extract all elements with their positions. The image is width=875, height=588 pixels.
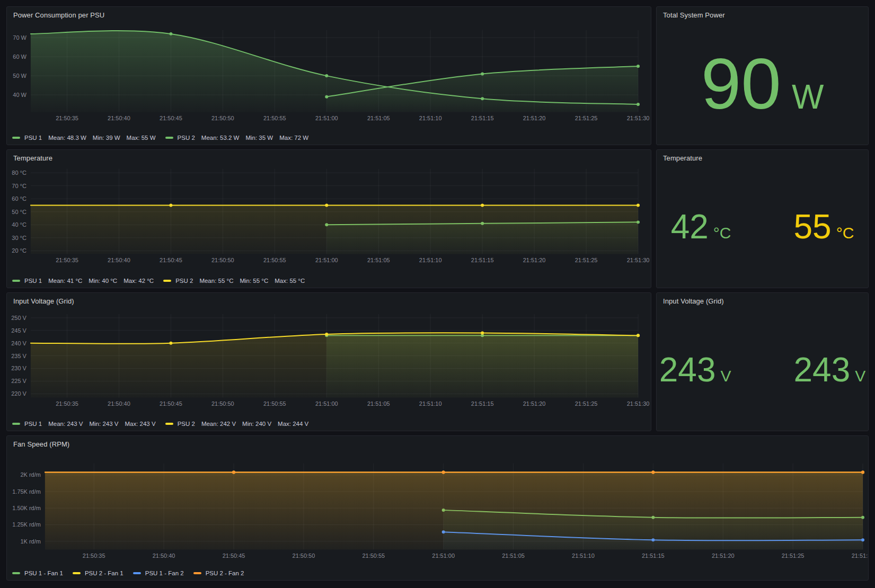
power-consumption-chart[interactable]: 40 W50 W60 W70 W21:50:3521:50:4021:50:45…: [7, 7, 651, 145]
panel-title[interactable]: Fan Speed (RPM): [13, 440, 69, 448]
series-color-dash-icon: [163, 280, 171, 282]
svg-text:21:51:30: 21:51:30: [627, 115, 650, 121]
series-color-dash-icon: [193, 572, 201, 574]
stat-unit: V: [720, 368, 731, 384]
series-stat: Mean: 41 °C: [48, 278, 82, 284]
stat-unit: W: [792, 80, 824, 114]
temperature-chart-legend: PSU 1Mean: 41 °CMin: 40 °CMax: 42 °CPSU …: [12, 278, 305, 284]
panel-temperature-chart: Temperature 20 °C30 °C40 °C50 °C60 °C70 …: [6, 149, 651, 288]
legend-item-psu-1[interactable]: PSU 1Mean: 48.3 WMin: 39 WMax: 55 W: [12, 135, 156, 141]
svg-text:21:51:30: 21:51:30: [852, 553, 868, 559]
panel-fan-speed: Fan Speed (RPM) 1K rd/m1.25K rd/m1.50K r…: [6, 435, 869, 581]
series-stat: Mean: 53.2 W: [201, 135, 240, 141]
series-name: PSU 2 - Fan 1: [85, 570, 123, 576]
svg-text:21:50:50: 21:50:50: [211, 257, 234, 263]
svg-text:21:50:50: 21:50:50: [211, 400, 234, 407]
svg-text:21:50:35: 21:50:35: [56, 257, 78, 263]
svg-text:21:51:30: 21:51:30: [627, 257, 650, 263]
legend-item-psu-2[interactable]: PSU 2Mean: 53.2 WMin: 35 WMax: 72 W: [165, 135, 309, 141]
svg-text:21:50:35: 21:50:35: [56, 400, 78, 407]
svg-text:21:51:00: 21:51:00: [315, 257, 338, 263]
svg-text:1K rd/m: 1K rd/m: [21, 538, 41, 545]
svg-text:21:50:55: 21:50:55: [263, 115, 286, 121]
series-stat: Max: 243 V: [125, 421, 155, 427]
svg-text:40 W: 40 W: [13, 92, 26, 98]
svg-text:21:50:40: 21:50:40: [108, 257, 130, 263]
svg-text:235 V: 235 V: [11, 353, 26, 359]
legend-item-psu-1-fan-1[interactable]: PSU 1 - Fan 1: [12, 570, 63, 576]
panel-title[interactable]: Temperature: [663, 154, 702, 162]
svg-text:21:50:45: 21:50:45: [160, 115, 182, 121]
svg-text:21:51:10: 21:51:10: [419, 257, 442, 263]
svg-text:21:51:25: 21:51:25: [575, 400, 598, 407]
temperature-stat: 42 °C 55 °C: [657, 166, 868, 288]
fan-chart-legend: PSU 1 - Fan 1PSU 2 - Fan 1PSU 1 - Fan 2P…: [12, 570, 244, 576]
svg-text:21:50:40: 21:50:40: [108, 115, 130, 121]
series-name: PSU 1: [24, 278, 42, 284]
svg-text:70 W: 70 W: [13, 34, 26, 41]
panel-title[interactable]: Total System Power: [663, 11, 725, 19]
series-name: PSU 2 - Fan 2: [206, 570, 244, 576]
total-power-stat: 90 W: [657, 23, 868, 145]
series-name: PSU 1: [24, 421, 42, 427]
svg-text:225 V: 225 V: [11, 378, 26, 384]
svg-text:21:51:10: 21:51:10: [419, 115, 442, 121]
svg-text:21:51:00: 21:51:00: [315, 115, 338, 121]
series-color-dash-icon: [12, 423, 20, 425]
svg-text:245 V: 245 V: [11, 327, 26, 334]
svg-text:21:51:20: 21:51:20: [712, 553, 735, 559]
svg-text:21:51:20: 21:51:20: [523, 257, 546, 263]
legend-item-psu-1-fan-2[interactable]: PSU 1 - Fan 2: [133, 570, 184, 576]
temperature-chart[interactable]: 20 °C30 °C40 °C50 °C60 °C70 °C80 °C21:50…: [7, 150, 651, 288]
series-color-dash-icon: [165, 137, 173, 139]
input-voltage-chart[interactable]: 220 V225 V230 V235 V240 V245 V250 V21:50…: [7, 293, 651, 431]
panel-title[interactable]: Input Voltage (Grid): [13, 297, 74, 305]
svg-text:21:51:05: 21:51:05: [502, 553, 525, 559]
svg-text:21:51:15: 21:51:15: [471, 257, 494, 263]
svg-text:21:50:40: 21:50:40: [108, 400, 130, 407]
svg-text:1.50K rd/m: 1.50K rd/m: [12, 505, 41, 511]
series-stat: Mean: 55 °C: [199, 278, 233, 284]
series-stat: Min: 240 V: [242, 421, 271, 427]
svg-text:220 V: 220 V: [11, 390, 26, 397]
svg-text:21:50:45: 21:50:45: [160, 257, 182, 263]
svg-text:21:50:45: 21:50:45: [160, 400, 182, 407]
legend-item-psu-2[interactable]: PSU 2Mean: 242 VMin: 240 VMax: 244 V: [165, 421, 309, 427]
svg-text:21:50:50: 21:50:50: [293, 553, 315, 559]
legend-item-psu-2[interactable]: PSU 2Mean: 55 °CMin: 55 °CMax: 55 °C: [163, 278, 305, 284]
series-color-dash-icon: [12, 280, 20, 282]
svg-text:21:51:10: 21:51:10: [572, 553, 595, 559]
series-stat: Min: 35 W: [245, 135, 273, 141]
stat-number: 55: [794, 210, 832, 244]
svg-text:21:50:50: 21:50:50: [211, 115, 234, 121]
series-stat: Max: 244 V: [278, 421, 308, 427]
svg-text:21:50:55: 21:50:55: [362, 553, 385, 559]
svg-text:2K rd/m: 2K rd/m: [21, 472, 41, 478]
svg-text:21:51:00: 21:51:00: [315, 400, 338, 407]
legend-item-psu-2-fan-1[interactable]: PSU 2 - Fan 1: [73, 570, 123, 576]
stat-value-psu2-temp: 55 °C: [794, 210, 854, 244]
svg-text:21:51:15: 21:51:15: [471, 400, 494, 407]
power-chart-legend: PSU 1Mean: 48.3 WMin: 39 WMax: 55 WPSU 2…: [12, 135, 308, 141]
legend-item-psu-1[interactable]: PSU 1Mean: 41 °CMin: 40 °CMax: 42 °C: [12, 278, 154, 284]
series-stat: Max: 42 °C: [123, 278, 154, 284]
fan-speed-chart[interactable]: 1K rd/m1.25K rd/m1.50K rd/m1.75K rd/m2K …: [7, 436, 868, 580]
series-stat: Max: 72 W: [279, 135, 308, 141]
legend-item-psu-2-fan-2[interactable]: PSU 2 - Fan 2: [193, 570, 244, 576]
series-stat: Mean: 243 V: [48, 421, 83, 427]
panel-title[interactable]: Temperature: [13, 154, 52, 162]
series-stat: Min: 40 °C: [89, 278, 117, 284]
svg-text:60 W: 60 W: [13, 54, 26, 60]
svg-text:21:51:25: 21:51:25: [575, 115, 598, 121]
panel-title[interactable]: Input Voltage (Grid): [663, 297, 724, 305]
panel-title[interactable]: Power Consumption per PSU: [13, 11, 104, 19]
svg-text:30 °C: 30 °C: [12, 235, 26, 241]
stat-number: 243: [794, 353, 851, 387]
legend-item-psu-1[interactable]: PSU 1Mean: 243 VMin: 243 VMax: 243 V: [12, 421, 156, 427]
svg-text:70 °C: 70 °C: [12, 183, 26, 189]
grafana-dashboard: Power Consumption per PSU 40 W50 W60 W70…: [0, 0, 875, 587]
series-name: PSU 1: [24, 135, 42, 141]
svg-text:250 V: 250 V: [11, 315, 26, 321]
series-name: PSU 2: [178, 421, 195, 427]
stat-value-psu1-temp: 42 °C: [671, 210, 731, 244]
